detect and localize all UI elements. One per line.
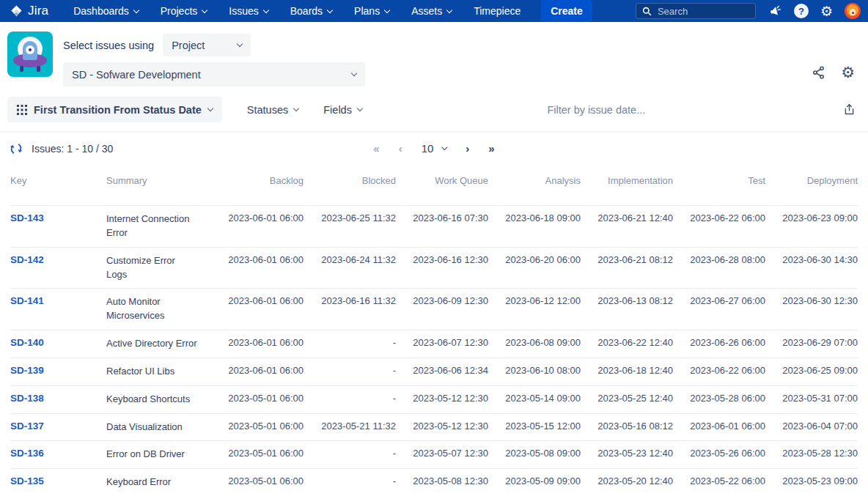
cell-work-queue: 2023-05-08 12:30 bbox=[396, 469, 488, 496]
issue-row: SD-139 Refactor UI Libs 2023-06-01 06:00… bbox=[10, 358, 858, 385]
project-select[interactable]: SD - Sofware Development bbox=[63, 62, 365, 86]
top-navigation-bar: Jira Dashboards Projects Issues Boards P… bbox=[0, 0, 868, 22]
page-size-select[interactable]: 10 bbox=[422, 142, 447, 155]
share-icon[interactable] bbox=[812, 65, 826, 80]
nav-item-label: Boards bbox=[290, 5, 323, 17]
chevron-down-icon bbox=[441, 144, 447, 150]
issue-summary: Error on DB Driver bbox=[106, 441, 211, 469]
cell-analysis: 2023-05-14 09:00 bbox=[488, 385, 581, 413]
cell-implementation: 2023-05-16 08:12 bbox=[581, 413, 673, 441]
create-button[interactable]: Create bbox=[541, 0, 592, 22]
cell-backlog: 2023-06-01 06:00 bbox=[211, 330, 304, 358]
cell-analysis: 2023-05-09 09:00 bbox=[488, 469, 581, 496]
nav-item-label: Plans bbox=[354, 5, 380, 17]
cell-backlog: 2023-06-01 06:00 bbox=[211, 206, 304, 248]
cell-blocked: - bbox=[304, 469, 396, 496]
chevron-down-icon bbox=[384, 7, 390, 12]
issue-key-link[interactable]: SD-140 bbox=[10, 337, 44, 348]
settings-gear-icon[interactable]: ⚙ bbox=[820, 4, 833, 18]
issue-source-mode-select[interactable]: Project bbox=[163, 34, 251, 56]
search-icon bbox=[642, 7, 652, 16]
column-header-analysis: Analysis bbox=[488, 165, 581, 206]
cell-implementation: 2023-06-22 12:40 bbox=[581, 330, 673, 358]
cell-blocked: 2023-06-24 11:32 bbox=[304, 247, 396, 289]
chevron-down-icon bbox=[446, 7, 452, 12]
announcements-megaphone-icon[interactable] bbox=[768, 4, 782, 18]
cell-work-queue: 2023-06-16 12:30 bbox=[396, 247, 488, 289]
cell-blocked: 2023-06-25 11:32 bbox=[304, 206, 396, 248]
issue-key-link[interactable]: SD-143 bbox=[10, 212, 44, 223]
jira-brand[interactable]: Jira bbox=[9, 4, 48, 18]
issue-row: SD-140 Active Directory Error 2023-06-01… bbox=[10, 330, 858, 358]
chevron-down-icon bbox=[351, 70, 357, 76]
export-icon[interactable] bbox=[842, 102, 856, 117]
cell-deployment: 2023-05-31 07:00 bbox=[765, 385, 858, 413]
cell-backlog: 2023-06-01 06:00 bbox=[211, 289, 304, 330]
issue-summary: Customize Error Logs bbox=[106, 247, 211, 289]
cell-deployment: 2023-06-04 07:00 bbox=[765, 413, 858, 441]
cell-deployment: 2023-06-23 09:00 bbox=[765, 206, 858, 248]
search-input[interactable] bbox=[658, 6, 749, 17]
nav-item-plans[interactable]: Plans bbox=[354, 5, 389, 17]
fields-filter-button[interactable]: Fields bbox=[323, 104, 362, 116]
issue-date-filter-input[interactable] bbox=[547, 104, 701, 116]
cell-implementation: 2023-05-23 12:40 bbox=[581, 441, 673, 469]
refresh-icon[interactable] bbox=[9, 141, 23, 156]
table-header-row: KeySummaryBacklogBlockedWork QueueAnalys… bbox=[10, 165, 858, 206]
issue-key-link[interactable]: SD-142 bbox=[10, 254, 44, 265]
help-icon[interactable]: ? bbox=[794, 4, 809, 18]
cell-backlog: 2023-05-01 06:00 bbox=[211, 469, 304, 496]
chevron-down-icon bbox=[293, 106, 299, 111]
cell-blocked: - bbox=[304, 441, 396, 469]
cell-blocked: 2023-06-16 11:32 bbox=[304, 289, 396, 330]
chevron-down-icon bbox=[202, 7, 207, 12]
gadget-header: Select issues using Project SD - Sofware… bbox=[0, 22, 868, 86]
cell-deployment: 2023-05-23 09:00 bbox=[765, 469, 858, 496]
chevron-down-icon bbox=[263, 7, 269, 12]
app-alien-icon bbox=[7, 32, 53, 77]
nav-menu: Dashboards Projects Issues Boards Plans … bbox=[73, 5, 521, 17]
issue-key-link[interactable]: SD-136 bbox=[10, 448, 44, 459]
cell-analysis: 2023-06-10 08:00 bbox=[488, 358, 581, 385]
nav-right-cluster: ? ⚙ bbox=[636, 3, 861, 19]
gadget-settings-gear-icon[interactable]: ⚙ bbox=[841, 64, 855, 80]
statuses-filter-button[interactable]: Statuses bbox=[247, 104, 298, 116]
project-select-value: SD - Sofware Development bbox=[72, 69, 201, 81]
chevron-down-icon bbox=[237, 41, 243, 47]
issue-row: SD-135 Keyboard Error 2023-05-01 06:00-2… bbox=[10, 469, 858, 496]
prev-page-button[interactable]: ‹ bbox=[399, 142, 402, 155]
cell-work-queue: 2023-06-06 12:34 bbox=[396, 358, 488, 385]
issue-row: SD-141 Auto Monitor Microservices 2023-0… bbox=[10, 289, 858, 330]
global-search[interactable] bbox=[636, 3, 756, 19]
issue-key-link[interactable]: SD-141 bbox=[10, 295, 44, 306]
nav-item-timepiece[interactable]: Timepiece bbox=[474, 5, 521, 17]
last-page-button[interactable]: » bbox=[488, 142, 494, 155]
pagination-controls: « ‹ 10 › » bbox=[373, 142, 494, 155]
issue-key-link[interactable]: SD-138 bbox=[10, 393, 44, 404]
issue-key-link[interactable]: SD-139 bbox=[10, 365, 44, 376]
fields-label: Fields bbox=[323, 104, 352, 116]
issue-summary: Active Directory Error bbox=[106, 330, 211, 358]
nav-item-boards[interactable]: Boards bbox=[290, 5, 332, 17]
issue-row: SD-137 Data Visualization 2023-05-01 06:… bbox=[10, 413, 858, 441]
nav-item-issues[interactable]: Issues bbox=[229, 5, 268, 17]
issue-key-link[interactable]: SD-137 bbox=[10, 421, 44, 432]
issue-row: SD-138 Keyboard Shortcuts 2023-05-01 06:… bbox=[10, 385, 858, 413]
column-header-blocked: Blocked bbox=[304, 165, 396, 206]
cell-work-queue: 2023-05-12 12:30 bbox=[396, 385, 488, 413]
nav-item-projects[interactable]: Projects bbox=[161, 5, 207, 17]
nav-item-dashboards[interactable]: Dashboards bbox=[73, 5, 139, 17]
cell-blocked: - bbox=[304, 358, 396, 385]
issue-summary: Internet Connection Error bbox=[106, 206, 211, 248]
first-page-button[interactable]: « bbox=[373, 142, 379, 155]
nav-item-assets[interactable]: Assets bbox=[411, 5, 452, 17]
cell-deployment: 2023-06-29 07:00 bbox=[765, 330, 858, 358]
user-avatar[interactable] bbox=[845, 3, 861, 19]
cell-test: 2023-06-01 06:00 bbox=[673, 413, 765, 441]
grid-icon bbox=[17, 105, 27, 115]
next-page-button[interactable]: › bbox=[466, 142, 469, 155]
report-type-select[interactable]: First Transition From Status Date bbox=[7, 97, 222, 122]
issue-key-link[interactable]: SD-135 bbox=[10, 475, 44, 486]
cell-backlog: 2023-05-01 06:00 bbox=[211, 385, 304, 413]
cell-work-queue: 2023-05-12 12:30 bbox=[396, 413, 488, 441]
